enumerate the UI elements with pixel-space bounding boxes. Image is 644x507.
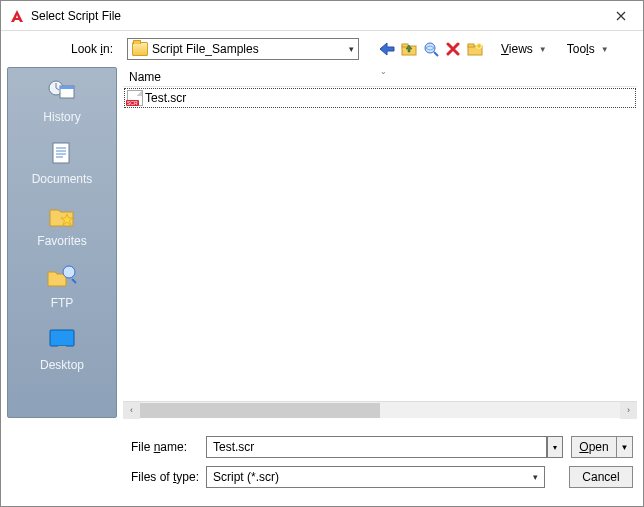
sidebar-item-label: Documents bbox=[32, 172, 93, 186]
desktop-icon bbox=[46, 326, 78, 354]
folder-icon bbox=[132, 42, 148, 56]
delete-button[interactable] bbox=[443, 39, 463, 59]
svg-rect-15 bbox=[50, 330, 74, 346]
filetype-row: Files of type: Script (*.scr) ▾ Cancel bbox=[11, 466, 633, 488]
close-button[interactable] bbox=[598, 1, 643, 31]
file-name: Test.scr bbox=[145, 91, 186, 105]
back-button[interactable] bbox=[377, 39, 397, 59]
app-icon bbox=[9, 8, 25, 24]
column-header-name[interactable]: Name ⌄ bbox=[123, 67, 637, 87]
horizontal-scrollbar[interactable]: ‹ › bbox=[123, 401, 637, 418]
filename-dropdown-toggle[interactable]: ▾ bbox=[547, 436, 563, 458]
toolbar-icons bbox=[377, 39, 485, 59]
open-dropdown-toggle[interactable]: ▼ bbox=[617, 436, 633, 458]
cancel-button[interactable]: Cancel bbox=[569, 466, 633, 488]
lookin-value: Script File_Samples bbox=[152, 42, 349, 56]
places-sidebar: History Documents Favorites FTP Desktop bbox=[7, 67, 117, 418]
scroll-thumb[interactable] bbox=[140, 403, 380, 418]
lookin-dropdown[interactable]: Script File_Samples ▾ bbox=[127, 38, 359, 60]
svg-rect-1 bbox=[402, 44, 408, 47]
history-icon bbox=[46, 78, 78, 106]
window-title: Select Script File bbox=[31, 9, 598, 23]
filetype-select[interactable]: Script (*.scr) ▾ bbox=[206, 466, 545, 488]
sidebar-item-documents[interactable]: Documents bbox=[32, 140, 93, 186]
filetype-label: Files of type: bbox=[11, 470, 203, 484]
scroll-right-icon[interactable]: › bbox=[620, 402, 637, 419]
search-web-button[interactable] bbox=[421, 39, 441, 59]
svg-point-14 bbox=[63, 266, 75, 278]
svg-rect-17 bbox=[55, 348, 69, 350]
sidebar-item-ftp[interactable]: FTP bbox=[46, 264, 78, 310]
favorites-icon bbox=[46, 202, 78, 230]
file-row[interactable]: Test.scr bbox=[125, 89, 635, 107]
file-list[interactable]: Test.scr bbox=[123, 87, 637, 401]
sidebar-item-label: Favorites bbox=[37, 234, 86, 248]
svg-rect-4 bbox=[468, 44, 474, 47]
titlebar: Select Script File bbox=[1, 1, 643, 31]
scroll-left-icon[interactable]: ‹ bbox=[123, 402, 140, 419]
sidebar-item-label: FTP bbox=[51, 296, 74, 310]
chevron-down-icon: ▾ bbox=[349, 44, 354, 54]
sidebar-item-history[interactable]: History bbox=[43, 78, 80, 124]
ftp-icon bbox=[46, 264, 78, 292]
main-area: History Documents Favorites FTP Desktop bbox=[1, 63, 643, 424]
toolbar: Look in: Script File_Samples ▾ Views▼ To… bbox=[1, 31, 643, 63]
script-file-icon bbox=[127, 90, 143, 106]
sort-indicator-icon: ⌄ bbox=[380, 67, 387, 76]
sidebar-item-desktop[interactable]: Desktop bbox=[40, 326, 84, 372]
filetype-value: Script (*.scr) bbox=[213, 470, 279, 484]
documents-icon bbox=[46, 140, 78, 168]
svg-rect-8 bbox=[60, 86, 74, 89]
up-one-level-button[interactable] bbox=[399, 39, 419, 59]
svg-rect-9 bbox=[53, 143, 69, 163]
open-button[interactable]: Open bbox=[571, 436, 617, 458]
sidebar-item-favorites[interactable]: Favorites bbox=[37, 202, 86, 248]
filename-label: File name: bbox=[11, 440, 191, 454]
filename-row: File name: ▾ Open ▼ bbox=[11, 436, 633, 458]
bottom-panel: File name: ▾ Open ▼ Files of type: Scrip… bbox=[1, 424, 643, 506]
views-menu[interactable]: Views▼ bbox=[497, 40, 551, 58]
create-new-folder-button[interactable] bbox=[465, 39, 485, 59]
svg-point-2 bbox=[425, 43, 435, 53]
chevron-down-icon: ▾ bbox=[533, 472, 538, 482]
svg-rect-16 bbox=[58, 346, 66, 348]
filename-input[interactable] bbox=[206, 436, 547, 458]
sidebar-item-label: History bbox=[43, 110, 80, 124]
file-area: Name ⌄ Test.scr ‹ › bbox=[123, 67, 637, 418]
column-header-label: Name bbox=[129, 70, 161, 84]
tools-menu[interactable]: Tools▼ bbox=[563, 40, 613, 58]
lookin-label: Look in: bbox=[11, 42, 121, 56]
sidebar-item-label: Desktop bbox=[40, 358, 84, 372]
